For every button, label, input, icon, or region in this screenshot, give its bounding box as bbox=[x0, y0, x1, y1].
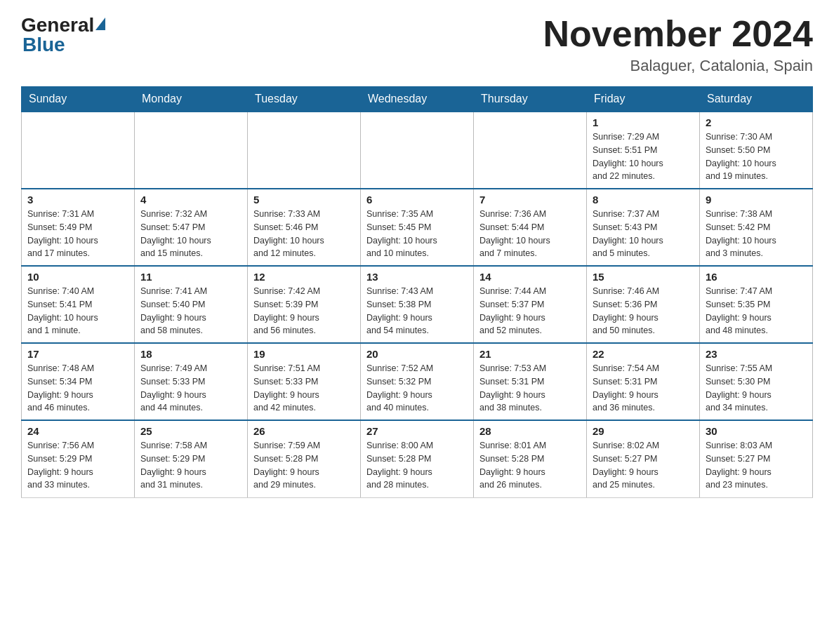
day-number: 23 bbox=[706, 348, 807, 360]
calendar-day-cell: 5Sunrise: 7:33 AM Sunset: 5:46 PM Daylig… bbox=[248, 189, 361, 266]
calendar-day-cell: 6Sunrise: 7:35 AM Sunset: 5:45 PM Daylig… bbox=[361, 189, 474, 266]
calendar-day-cell: 21Sunrise: 7:53 AM Sunset: 5:31 PM Dayli… bbox=[474, 343, 587, 420]
day-info: Sunrise: 7:40 AM Sunset: 5:41 PM Dayligh… bbox=[27, 285, 128, 337]
day-info: Sunrise: 7:59 AM Sunset: 5:28 PM Dayligh… bbox=[253, 439, 355, 492]
day-info: Sunrise: 7:51 AM Sunset: 5:33 PM Dayligh… bbox=[253, 362, 355, 415]
day-info: Sunrise: 8:02 AM Sunset: 5:27 PM Dayligh… bbox=[593, 439, 694, 492]
day-number: 1 bbox=[593, 116, 694, 128]
day-of-week-header: Sunday bbox=[22, 87, 135, 112]
day-of-week-header: Wednesday bbox=[361, 87, 474, 112]
day-info: Sunrise: 7:49 AM Sunset: 5:33 PM Dayligh… bbox=[140, 362, 241, 415]
day-number: 9 bbox=[706, 194, 807, 206]
title-block: November 2024 Balaguer, Catalonia, Spain bbox=[543, 14, 813, 75]
day-number: 18 bbox=[140, 348, 241, 360]
day-info: Sunrise: 7:32 AM Sunset: 5:47 PM Dayligh… bbox=[140, 208, 241, 260]
day-number: 5 bbox=[253, 194, 355, 206]
calendar-week-row: 10Sunrise: 7:40 AM Sunset: 5:41 PM Dayli… bbox=[22, 266, 813, 343]
day-info: Sunrise: 7:54 AM Sunset: 5:31 PM Dayligh… bbox=[593, 362, 694, 415]
day-of-week-header: Tuesday bbox=[248, 87, 361, 112]
day-info: Sunrise: 7:38 AM Sunset: 5:42 PM Dayligh… bbox=[706, 208, 807, 260]
calendar-day-cell: 17Sunrise: 7:48 AM Sunset: 5:34 PM Dayli… bbox=[22, 343, 135, 420]
day-info: Sunrise: 7:56 AM Sunset: 5:29 PM Dayligh… bbox=[27, 439, 128, 492]
day-number: 29 bbox=[593, 425, 694, 437]
calendar-day-cell: 13Sunrise: 7:43 AM Sunset: 5:38 PM Dayli… bbox=[361, 266, 474, 343]
calendar-day-cell: 18Sunrise: 7:49 AM Sunset: 5:33 PM Dayli… bbox=[135, 343, 248, 420]
day-number: 17 bbox=[27, 348, 128, 360]
header: General Blue November 2024 Balaguer, Cat… bbox=[21, 14, 813, 75]
day-number: 25 bbox=[140, 425, 241, 437]
calendar-day-cell bbox=[474, 112, 587, 189]
day-info: Sunrise: 7:47 AM Sunset: 5:35 PM Dayligh… bbox=[706, 285, 807, 337]
day-number: 8 bbox=[593, 194, 694, 206]
day-info: Sunrise: 8:00 AM Sunset: 5:28 PM Dayligh… bbox=[366, 439, 468, 492]
day-info: Sunrise: 7:58 AM Sunset: 5:29 PM Dayligh… bbox=[140, 439, 241, 492]
calendar-day-cell: 28Sunrise: 8:01 AM Sunset: 5:28 PM Dayli… bbox=[474, 420, 587, 497]
calendar-day-cell: 25Sunrise: 7:58 AM Sunset: 5:29 PM Dayli… bbox=[135, 420, 248, 497]
day-info: Sunrise: 7:53 AM Sunset: 5:31 PM Dayligh… bbox=[479, 362, 581, 415]
calendar-day-cell: 23Sunrise: 7:55 AM Sunset: 5:30 PM Dayli… bbox=[700, 343, 813, 420]
day-number: 14 bbox=[479, 271, 581, 283]
day-info: Sunrise: 7:30 AM Sunset: 5:50 PM Dayligh… bbox=[706, 130, 807, 183]
calendar-day-cell: 12Sunrise: 7:42 AM Sunset: 5:39 PM Dayli… bbox=[248, 266, 361, 343]
calendar-week-row: 24Sunrise: 7:56 AM Sunset: 5:29 PM Dayli… bbox=[22, 420, 813, 497]
day-number: 3 bbox=[27, 194, 128, 206]
day-number: 12 bbox=[253, 271, 355, 283]
day-info: Sunrise: 7:31 AM Sunset: 5:49 PM Dayligh… bbox=[27, 208, 128, 260]
day-number: 4 bbox=[140, 194, 241, 206]
day-info: Sunrise: 7:44 AM Sunset: 5:37 PM Dayligh… bbox=[479, 285, 581, 337]
day-number: 19 bbox=[253, 348, 355, 360]
day-number: 21 bbox=[479, 348, 581, 360]
day-info: Sunrise: 7:33 AM Sunset: 5:46 PM Dayligh… bbox=[253, 208, 355, 260]
calendar-day-cell: 16Sunrise: 7:47 AM Sunset: 5:35 PM Dayli… bbox=[700, 266, 813, 343]
day-number: 15 bbox=[593, 271, 694, 283]
month-title: November 2024 bbox=[543, 14, 813, 54]
calendar-header-row: SundayMondayTuesdayWednesdayThursdayFrid… bbox=[22, 87, 813, 112]
day-of-week-header: Saturday bbox=[700, 87, 813, 112]
day-number: 24 bbox=[27, 425, 128, 437]
day-info: Sunrise: 7:42 AM Sunset: 5:39 PM Dayligh… bbox=[253, 285, 355, 337]
calendar-day-cell: 11Sunrise: 7:41 AM Sunset: 5:40 PM Dayli… bbox=[135, 266, 248, 343]
calendar-week-row: 17Sunrise: 7:48 AM Sunset: 5:34 PM Dayli… bbox=[22, 343, 813, 420]
calendar-day-cell bbox=[135, 112, 248, 189]
day-info: Sunrise: 8:03 AM Sunset: 5:27 PM Dayligh… bbox=[706, 439, 807, 492]
day-number: 28 bbox=[479, 425, 581, 437]
calendar-day-cell bbox=[22, 112, 135, 189]
day-number: 20 bbox=[366, 348, 468, 360]
day-info: Sunrise: 7:48 AM Sunset: 5:34 PM Dayligh… bbox=[27, 362, 128, 415]
calendar-week-row: 1Sunrise: 7:29 AM Sunset: 5:51 PM Daylig… bbox=[22, 112, 813, 189]
day-of-week-header: Friday bbox=[587, 87, 700, 112]
day-info: Sunrise: 7:52 AM Sunset: 5:32 PM Dayligh… bbox=[366, 362, 468, 415]
day-info: Sunrise: 8:01 AM Sunset: 5:28 PM Dayligh… bbox=[479, 439, 581, 492]
logo-triangle-icon bbox=[95, 18, 105, 30]
calendar-day-cell: 2Sunrise: 7:30 AM Sunset: 5:50 PM Daylig… bbox=[700, 112, 813, 189]
calendar-day-cell: 15Sunrise: 7:46 AM Sunset: 5:36 PM Dayli… bbox=[587, 266, 700, 343]
calendar-day-cell: 3Sunrise: 7:31 AM Sunset: 5:49 PM Daylig… bbox=[22, 189, 135, 266]
day-of-week-header: Thursday bbox=[474, 87, 587, 112]
calendar-day-cell: 7Sunrise: 7:36 AM Sunset: 5:44 PM Daylig… bbox=[474, 189, 587, 266]
calendar-day-cell: 14Sunrise: 7:44 AM Sunset: 5:37 PM Dayli… bbox=[474, 266, 587, 343]
calendar-day-cell: 9Sunrise: 7:38 AM Sunset: 5:42 PM Daylig… bbox=[700, 189, 813, 266]
day-info: Sunrise: 7:41 AM Sunset: 5:40 PM Dayligh… bbox=[140, 285, 241, 337]
day-info: Sunrise: 7:46 AM Sunset: 5:36 PM Dayligh… bbox=[593, 285, 694, 337]
day-number: 2 bbox=[706, 116, 807, 128]
day-number: 7 bbox=[479, 194, 581, 206]
day-info: Sunrise: 7:37 AM Sunset: 5:43 PM Dayligh… bbox=[593, 208, 694, 260]
calendar-day-cell: 19Sunrise: 7:51 AM Sunset: 5:33 PM Dayli… bbox=[248, 343, 361, 420]
calendar-day-cell bbox=[248, 112, 361, 189]
calendar-day-cell: 4Sunrise: 7:32 AM Sunset: 5:47 PM Daylig… bbox=[135, 189, 248, 266]
calendar-day-cell: 27Sunrise: 8:00 AM Sunset: 5:28 PM Dayli… bbox=[361, 420, 474, 497]
day-number: 30 bbox=[706, 425, 807, 437]
day-number: 11 bbox=[140, 271, 241, 283]
day-number: 22 bbox=[593, 348, 694, 360]
day-number: 6 bbox=[366, 194, 468, 206]
calendar-day-cell: 26Sunrise: 7:59 AM Sunset: 5:28 PM Dayli… bbox=[248, 420, 361, 497]
calendar-day-cell: 8Sunrise: 7:37 AM Sunset: 5:43 PM Daylig… bbox=[587, 189, 700, 266]
day-number: 16 bbox=[706, 271, 807, 283]
day-info: Sunrise: 7:35 AM Sunset: 5:45 PM Dayligh… bbox=[366, 208, 468, 260]
calendar-day-cell: 22Sunrise: 7:54 AM Sunset: 5:31 PM Dayli… bbox=[587, 343, 700, 420]
logo-blue-text: Blue bbox=[22, 34, 65, 56]
calendar-week-row: 3Sunrise: 7:31 AM Sunset: 5:49 PM Daylig… bbox=[22, 189, 813, 266]
calendar-day-cell: 10Sunrise: 7:40 AM Sunset: 5:41 PM Dayli… bbox=[22, 266, 135, 343]
calendar-day-cell: 29Sunrise: 8:02 AM Sunset: 5:27 PM Dayli… bbox=[587, 420, 700, 497]
calendar-table: SundayMondayTuesdayWednesdayThursdayFrid… bbox=[21, 86, 813, 498]
